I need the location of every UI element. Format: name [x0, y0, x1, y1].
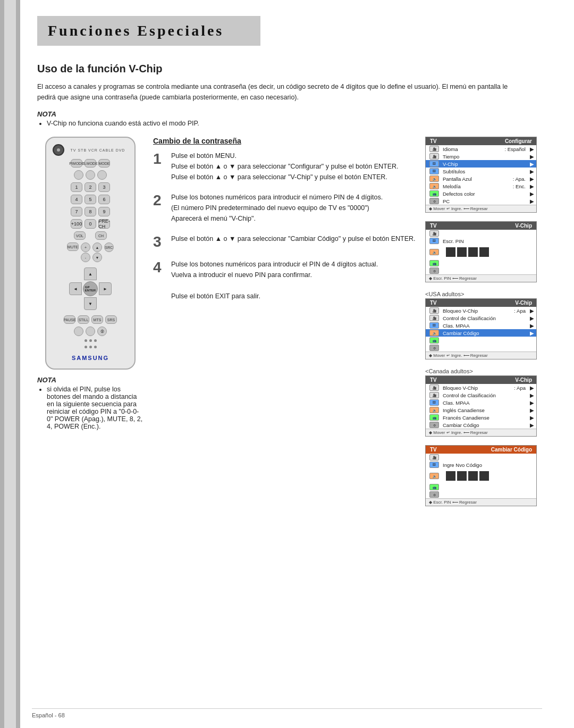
mute-button[interactable]: MUTE	[67, 242, 79, 251]
set-icon-v1: ⚙	[429, 267, 439, 274]
srs-button[interactable]: SRS	[105, 315, 117, 324]
ca-arrow4: ▶	[530, 407, 536, 413]
nota1-label: NOTA	[37, 110, 542, 118]
screen-header-configurar: TV Configurar	[426, 137, 536, 145]
screen-label-canada: <Canada adultos>	[425, 368, 542, 374]
dpad-up[interactable]: ▲	[84, 267, 97, 280]
pin-display	[442, 245, 493, 259]
icon-ca-1: 🎥	[428, 384, 441, 391]
fn1[interactable]	[74, 327, 83, 336]
icon-usa-2: 🎥	[428, 315, 441, 321]
screen-row-idioma: 🎥 Idioma : Español ▶	[426, 145, 536, 153]
btn-round-2[interactable]	[86, 170, 95, 180]
screen-box-canada: TV V-Chip 🎥 Bloqueo V-Chip : Apa ▶ 🎥 Con…	[425, 375, 537, 437]
source-button[interactable]: SRC	[104, 242, 114, 252]
btn-100[interactable]: +100	[71, 219, 82, 229]
icon-ca-3: 🖼	[428, 399, 441, 406]
row-val-idioma: : Español	[504, 146, 529, 152]
row-text-defectos: Defectos color	[442, 191, 525, 197]
btn-round-1[interactable]	[74, 170, 83, 180]
nota2-item: si olvida el PIN, pulse los botones del …	[47, 386, 144, 430]
icon-v1-4: 📺	[428, 260, 441, 266]
dpad-right[interactable]: ►	[99, 282, 112, 295]
btn-1[interactable]: 1	[71, 182, 82, 192]
vol-up[interactable]: +	[81, 242, 90, 252]
ca-arrow3: ▶	[530, 400, 536, 406]
page-footer: Español - 68	[32, 708, 542, 718]
section-heading: Cambio de la contraseña	[153, 137, 416, 145]
vchip1-row2: 🖼 Escr. PIN	[426, 237, 536, 245]
pause-button[interactable]: PAUSE	[64, 315, 75, 324]
dpad-down[interactable]: ▼	[84, 297, 97, 310]
ch-down[interactable]: ▼	[92, 253, 102, 262]
input-icon2: 🎥	[429, 153, 439, 160]
power-row: TV STB VCR CABLE DVD	[50, 143, 130, 157]
pin-block-7	[468, 471, 478, 481]
screen-title-4: V-Chip	[515, 377, 532, 383]
mts-button[interactable]: MTS	[91, 315, 103, 324]
smode-button[interactable]: S.MODE	[85, 159, 96, 168]
btn-4[interactable]: 4	[71, 195, 82, 204]
icon-cm-2: 🖼	[428, 462, 441, 468]
source-labels: TV STB VCR CABLE DVD	[67, 148, 128, 152]
sound-icon: 🔊	[429, 175, 439, 182]
still-button[interactable]: STILL	[78, 315, 89, 324]
ch-label: CH	[95, 231, 107, 240]
btn-5[interactable]: 5	[85, 195, 96, 204]
row-val-pantalla: : Apa.	[513, 176, 529, 182]
usa-row3: 🖼 Clas. MPAA ▶	[426, 322, 536, 329]
special-row: +100 0 PRE-CH	[71, 219, 110, 229]
btn-6[interactable]: 6	[98, 195, 110, 204]
power-button[interactable]	[53, 144, 64, 156]
icon-sound-2: 🔊	[428, 183, 441, 189]
screen-title-1: Configurar	[505, 138, 532, 144]
usa-text4: Cambiar Código	[442, 330, 529, 336]
usa-row4: 🔊 Cambiar Código ▶	[426, 329, 536, 337]
btn-3[interactable]: 3	[98, 182, 110, 192]
dpad-enter[interactable]: GPENTER	[83, 281, 98, 296]
dots-row1	[85, 339, 97, 342]
dpad-left[interactable]: ◄	[69, 282, 82, 295]
tv-label-3: TV	[430, 300, 437, 306]
ca-text5: Francés Canadiense	[442, 415, 529, 421]
btn-2[interactable]: 2	[85, 182, 96, 192]
tv-label-1: TV	[430, 138, 437, 144]
footer-text-4: ◆ Mover ↵ Ingre. ⟵ Regresar	[429, 430, 488, 435]
btn-7[interactable]: 7	[71, 207, 82, 216]
fn2[interactable]	[86, 327, 95, 336]
pimode-button[interactable]: PIMODE	[71, 159, 82, 168]
screen-title-3: V-Chip	[515, 300, 532, 306]
fn3[interactable]: ⦿	[97, 327, 107, 336]
title-box: Funciones Especiales	[37, 16, 260, 46]
pic-usa: 🖼	[429, 322, 439, 329]
step-4-num: 4	[153, 260, 165, 275]
nota2-label: NOTA	[37, 376, 144, 384]
btn-prech[interactable]: PRE-CH	[98, 219, 110, 229]
set-cm: ⚙	[429, 491, 439, 498]
screen-row-vchip: 🖼 V-Chip ▶	[426, 160, 536, 168]
cm-text2: Ingre Nvo Código	[442, 462, 536, 468]
picture-icon: 🖼	[429, 161, 439, 167]
snd-icon-v1: 🔊	[429, 249, 439, 255]
screen-box-vchip1: TV V-Chip 🎥 🖼 Escr. PIN 🔊	[425, 221, 537, 282]
screen-canada: <Canada adultos> TV V-Chip 🎥 Bloqueo V-C…	[425, 368, 542, 437]
usa-text1: Bloqueo V-Chip	[442, 308, 513, 314]
btn-8[interactable]: 8	[85, 207, 96, 216]
left-bar	[0, 0, 20, 728]
ca-arrow5: ▶	[530, 415, 536, 421]
screen-label-usa: <USA adultos>	[425, 291, 542, 297]
ch-up[interactable]: ▲	[92, 242, 102, 252]
numpad-row3: 7 8 9	[71, 207, 110, 216]
btn-9[interactable]: 9	[98, 207, 110, 216]
usa-row6: ⚙	[426, 344, 536, 352]
mode-button[interactable]: MODE	[98, 159, 110, 168]
arrow-vchip: ▶	[530, 161, 536, 167]
screen-header-usa: TV V-Chip	[426, 299, 536, 307]
btn-round-3[interactable]	[97, 170, 107, 180]
snd-ca: 🔊	[429, 407, 439, 413]
icon-ca-5: 📺	[428, 414, 441, 421]
cam-cm: 🎥	[429, 454, 439, 461]
vol-down[interactable]: -	[81, 253, 90, 262]
screen-title-5: Cambiar Código	[491, 447, 532, 453]
btn-0[interactable]: 0	[85, 219, 96, 229]
